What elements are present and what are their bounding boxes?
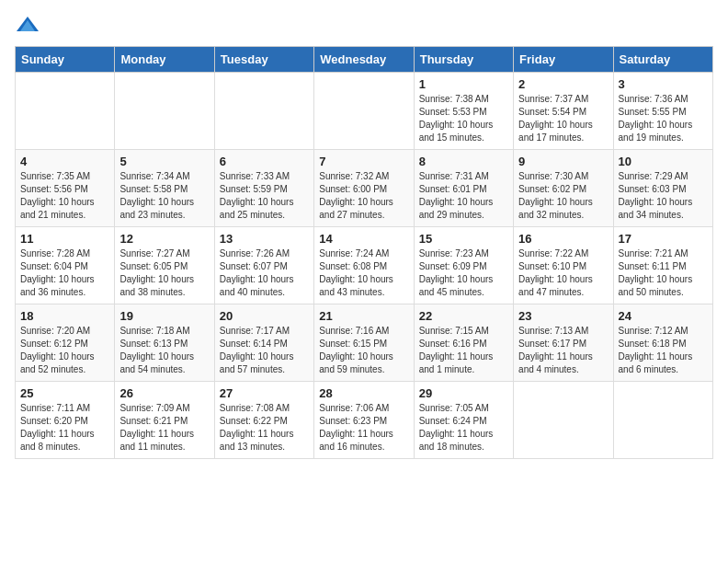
day-number: 29	[419, 386, 508, 400]
logo-icon	[15, 15, 40, 35]
day-number: 17	[619, 232, 708, 246]
weekday-header-row: SundayMondayTuesdayWednesdayThursdayFrid…	[16, 47, 713, 73]
calendar-cell: 22Sunrise: 7:15 AM Sunset: 6:16 PM Dayli…	[414, 304, 513, 382]
calendar-cell: 12Sunrise: 7:27 AM Sunset: 6:05 PM Dayli…	[115, 227, 214, 304]
day-number: 16	[518, 232, 608, 246]
day-content: Sunrise: 7:30 AM Sunset: 6:02 PM Dayligh…	[518, 170, 608, 222]
day-content: Sunrise: 7:21 AM Sunset: 6:11 PM Dayligh…	[619, 247, 708, 299]
day-content: Sunrise: 7:29 AM Sunset: 6:03 PM Dayligh…	[619, 170, 708, 222]
calendar-cell: 13Sunrise: 7:26 AM Sunset: 6:07 PM Dayli…	[214, 227, 313, 304]
day-content: Sunrise: 7:08 AM Sunset: 6:22 PM Dayligh…	[220, 402, 309, 454]
calendar-cell: 16Sunrise: 7:22 AM Sunset: 6:10 PM Dayli…	[514, 227, 613, 304]
day-number: 22	[419, 309, 508, 323]
calendar-cell: 5Sunrise: 7:34 AM Sunset: 5:58 PM Daylig…	[115, 150, 214, 227]
calendar-cell	[314, 73, 414, 150]
calendar-week-row: 25Sunrise: 7:11 AM Sunset: 6:20 PM Dayli…	[16, 382, 713, 459]
calendar-week-row: 18Sunrise: 7:20 AM Sunset: 6:12 PM Dayli…	[16, 304, 713, 382]
day-content: Sunrise: 7:20 AM Sunset: 6:12 PM Dayligh…	[20, 325, 109, 376]
day-number: 15	[419, 232, 508, 246]
day-content: Sunrise: 7:13 AM Sunset: 6:17 PM Dayligh…	[518, 325, 608, 376]
calendar-cell: 11Sunrise: 7:28 AM Sunset: 6:04 PM Dayli…	[16, 227, 115, 304]
calendar-cell: 27Sunrise: 7:08 AM Sunset: 6:22 PM Dayli…	[214, 382, 313, 459]
day-number: 3	[619, 77, 708, 91]
calendar-cell: 18Sunrise: 7:20 AM Sunset: 6:12 PM Dayli…	[16, 304, 115, 382]
calendar-cell: 15Sunrise: 7:23 AM Sunset: 6:09 PM Dayli…	[414, 227, 513, 304]
weekday-header-saturday: Saturday	[613, 47, 712, 73]
calendar-cell: 28Sunrise: 7:06 AM Sunset: 6:23 PM Dayli…	[314, 382, 414, 459]
calendar-cell: 2Sunrise: 7:37 AM Sunset: 5:54 PM Daylig…	[514, 73, 613, 150]
day-number: 5	[119, 155, 209, 168]
calendar-week-row: 4Sunrise: 7:35 AM Sunset: 5:56 PM Daylig…	[16, 150, 713, 227]
day-number: 8	[419, 155, 508, 168]
day-number: 2	[518, 77, 608, 91]
calendar-cell	[613, 382, 712, 459]
calendar-week-row: 11Sunrise: 7:28 AM Sunset: 6:04 PM Dayli…	[16, 227, 713, 304]
day-number: 9	[518, 155, 608, 168]
calendar-cell: 6Sunrise: 7:33 AM Sunset: 5:59 PM Daylig…	[214, 150, 313, 227]
day-content: Sunrise: 7:26 AM Sunset: 6:07 PM Dayligh…	[220, 247, 309, 299]
day-content: Sunrise: 7:16 AM Sunset: 6:15 PM Dayligh…	[319, 325, 408, 376]
day-number: 19	[119, 309, 209, 323]
calendar-cell: 21Sunrise: 7:16 AM Sunset: 6:15 PM Dayli…	[314, 304, 414, 382]
calendar-cell: 20Sunrise: 7:17 AM Sunset: 6:14 PM Dayli…	[214, 304, 313, 382]
weekday-header-friday: Friday	[514, 47, 613, 73]
calendar-cell: 29Sunrise: 7:05 AM Sunset: 6:24 PM Dayli…	[414, 382, 513, 459]
calendar-cell: 1Sunrise: 7:38 AM Sunset: 5:53 PM Daylig…	[414, 73, 513, 150]
logo	[15, 15, 44, 35]
day-content: Sunrise: 7:34 AM Sunset: 5:58 PM Dayligh…	[119, 170, 209, 222]
day-content: Sunrise: 7:36 AM Sunset: 5:55 PM Dayligh…	[619, 93, 708, 144]
calendar-cell: 25Sunrise: 7:11 AM Sunset: 6:20 PM Dayli…	[16, 382, 115, 459]
weekday-header-thursday: Thursday	[414, 47, 513, 73]
calendar-table: SundayMondayTuesdayWednesdayThursdayFrid…	[15, 46, 713, 459]
day-content: Sunrise: 7:22 AM Sunset: 6:10 PM Dayligh…	[518, 247, 608, 299]
calendar-cell: 8Sunrise: 7:31 AM Sunset: 6:01 PM Daylig…	[414, 150, 513, 227]
day-content: Sunrise: 7:17 AM Sunset: 6:14 PM Dayligh…	[220, 325, 309, 376]
calendar-cell: 4Sunrise: 7:35 AM Sunset: 5:56 PM Daylig…	[16, 150, 115, 227]
day-number: 13	[220, 232, 309, 246]
calendar-cell: 10Sunrise: 7:29 AM Sunset: 6:03 PM Dayli…	[613, 150, 712, 227]
day-number: 1	[419, 77, 508, 91]
day-number: 25	[20, 386, 109, 400]
calendar-cell: 14Sunrise: 7:24 AM Sunset: 6:08 PM Dayli…	[314, 227, 414, 304]
day-number: 26	[119, 386, 209, 400]
day-content: Sunrise: 7:11 AM Sunset: 6:20 PM Dayligh…	[20, 402, 109, 454]
day-content: Sunrise: 7:05 AM Sunset: 6:24 PM Dayligh…	[419, 402, 508, 454]
day-content: Sunrise: 7:35 AM Sunset: 5:56 PM Dayligh…	[20, 170, 109, 222]
day-number: 24	[619, 309, 708, 323]
day-number: 28	[319, 386, 408, 400]
day-number: 27	[220, 386, 309, 400]
calendar-cell: 23Sunrise: 7:13 AM Sunset: 6:17 PM Dayli…	[514, 304, 613, 382]
calendar-cell: 19Sunrise: 7:18 AM Sunset: 6:13 PM Dayli…	[115, 304, 214, 382]
day-content: Sunrise: 7:28 AM Sunset: 6:04 PM Dayligh…	[20, 247, 109, 299]
day-content: Sunrise: 7:27 AM Sunset: 6:05 PM Dayligh…	[119, 247, 209, 299]
day-content: Sunrise: 7:38 AM Sunset: 5:53 PM Dayligh…	[419, 93, 508, 144]
day-content: Sunrise: 7:31 AM Sunset: 6:01 PM Dayligh…	[419, 170, 508, 222]
day-number: 12	[119, 232, 209, 246]
day-number: 10	[619, 155, 708, 168]
day-number: 7	[319, 155, 408, 168]
day-content: Sunrise: 7:12 AM Sunset: 6:18 PM Dayligh…	[619, 325, 708, 376]
calendar-cell: 26Sunrise: 7:09 AM Sunset: 6:21 PM Dayli…	[115, 382, 214, 459]
day-number: 18	[20, 309, 109, 323]
calendar-cell: 9Sunrise: 7:30 AM Sunset: 6:02 PM Daylig…	[514, 150, 613, 227]
day-number: 4	[20, 155, 109, 168]
day-content: Sunrise: 7:32 AM Sunset: 6:00 PM Dayligh…	[319, 170, 408, 222]
calendar-cell	[214, 73, 313, 150]
weekday-header-tuesday: Tuesday	[214, 47, 313, 73]
calendar-cell: 24Sunrise: 7:12 AM Sunset: 6:18 PM Dayli…	[613, 304, 712, 382]
weekday-header-wednesday: Wednesday	[314, 47, 414, 73]
day-content: Sunrise: 7:23 AM Sunset: 6:09 PM Dayligh…	[419, 247, 508, 299]
page-header	[15, 15, 713, 35]
day-number: 21	[319, 309, 408, 323]
day-number: 20	[220, 309, 309, 323]
day-content: Sunrise: 7:18 AM Sunset: 6:13 PM Dayligh…	[119, 325, 209, 376]
calendar-cell	[16, 73, 115, 150]
day-number: 6	[220, 155, 309, 168]
calendar-cell: 3Sunrise: 7:36 AM Sunset: 5:55 PM Daylig…	[613, 73, 712, 150]
calendar-cell	[115, 73, 214, 150]
day-content: Sunrise: 7:33 AM Sunset: 5:59 PM Dayligh…	[220, 170, 309, 222]
day-content: Sunrise: 7:37 AM Sunset: 5:54 PM Dayligh…	[518, 93, 608, 144]
day-number: 23	[518, 309, 608, 323]
day-content: Sunrise: 7:06 AM Sunset: 6:23 PM Dayligh…	[319, 402, 408, 454]
day-number: 11	[20, 232, 109, 246]
